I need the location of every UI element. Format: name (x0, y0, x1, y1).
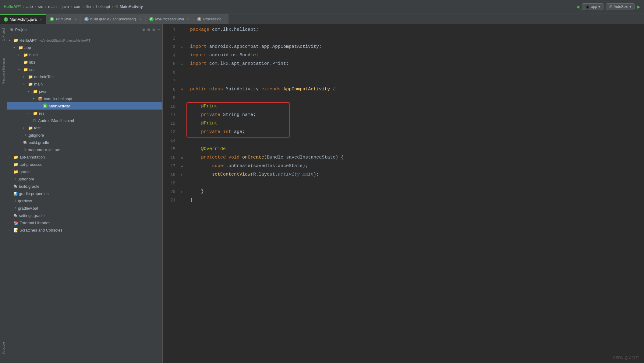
top-bar: HelloAPT › app › src › main › java › com… (0, 0, 644, 13)
autosize-icon: ⊞ (609, 5, 612, 9)
tab-close-myprocessor[interactable]: ✕ (187, 18, 189, 21)
tab-processing[interactable]: P Processing... (193, 14, 228, 24)
tree-arrow-main: ▾ (23, 82, 28, 86)
tree-item-app[interactable]: ▾ 📁 app (7, 44, 162, 51)
tree-item-gradlewbat[interactable]: › 🗋 gradlew.bat (7, 204, 162, 212)
tree-arrow-app: ▾ (13, 46, 18, 49)
tree-item-test[interactable]: › 📁 test (7, 124, 162, 131)
folder-icon-libs: 📁 (23, 60, 28, 65)
tree-item-gradlew[interactable]: › 🗋 gradlew (7, 197, 162, 204)
panel-settings-btn[interactable]: ⚙ (147, 27, 150, 32)
tree-item-external-libraries[interactable]: › 📚 External Libraries (7, 219, 162, 226)
run-button[interactable]: ▶ (637, 3, 640, 10)
file-icon-gradlewbat: 🗋 (13, 206, 17, 210)
file-icon-gradlew: 🗋 (13, 199, 17, 203)
sidebar-structure-label[interactable]: Structure (1, 340, 6, 357)
panel-gear-btn[interactable]: ⚙ (152, 27, 155, 32)
panel-globe-btn[interactable]: ⊕ (142, 27, 145, 32)
tree-arrow-test: › (23, 126, 28, 130)
file-icon-gradleprops: 📊 (13, 192, 18, 196)
tree-item-scratches[interactable]: › 📝 Scratches and Consoles (7, 226, 162, 234)
tree-item-main[interactable]: ▾ 📁 main (7, 80, 162, 88)
tree-item-buildgradle-app[interactable]: › 🐘 build.gradle (7, 139, 162, 146)
tree-item-buildgradle-root[interactable]: › 🐘 build.gradle (7, 183, 162, 190)
tree-arrow-gradlewbat: › (9, 207, 13, 210)
tree-label-proguard: proguard-rules.pro (28, 148, 60, 152)
tab-close-print[interactable]: ✕ (74, 18, 77, 21)
breadcrumb-java[interactable]: java (62, 4, 69, 9)
folder-icon-java: 📁 (33, 89, 38, 94)
tree-arrow-scratches: › (9, 229, 13, 232)
tree-item-res[interactable]: › 📁 res (7, 110, 162, 117)
tree-item-gitignore-app[interactable]: › 🗋 .gitignore (7, 131, 162, 139)
tab-buildgradle[interactable]: G build.gradle (:apt-processor) ✕ (81, 14, 146, 24)
tree-item-libs[interactable]: › 📁 libs (7, 58, 162, 66)
folder-icon-test: 📁 (28, 126, 33, 130)
tab-label-myprocessor: MyProcessor.java (155, 17, 184, 21)
tree-item-gradleprops[interactable]: › 📊 gradle.properties (7, 190, 162, 197)
tab-close-mainactivity[interactable]: ✕ (40, 18, 42, 21)
file-icon-proguard: 🗋 (23, 148, 27, 152)
code-line-19 (190, 179, 640, 187)
tree-arrow-external-libraries: › (9, 221, 13, 225)
tab-close-buildgradle[interactable]: ✕ (139, 18, 142, 21)
breadcrumb-main[interactable]: main (48, 4, 57, 9)
project-panel: ⊞ Project ⊕ ⚙ ⚙ − ▾ 📁 HelloAPT ~/Android… (7, 24, 163, 363)
tree-item-apt-annotation[interactable]: › 📁 apt-annotation (7, 153, 162, 161)
file-icon-buildgradle-app: 🐘 (23, 141, 27, 145)
tree-item-package[interactable]: ▾ 📦 com.lkx.helloapt (7, 95, 162, 102)
breadcrumb-com[interactable]: com (74, 4, 82, 9)
tree-item-build[interactable]: › 📁 build (7, 51, 162, 58)
folder-icon-main: 📁 (28, 82, 33, 86)
breadcrumb-src[interactable]: src (38, 4, 43, 9)
folder-icon-build: 📁 (23, 53, 28, 57)
autosize-button[interactable]: ⊞ AutoSize ▾ (606, 3, 635, 10)
tab-myprocessor[interactable]: C MyProcessor.java ✕ (146, 14, 194, 24)
tree-item-settingsgradle[interactable]: › 🐘 settings.gradle (7, 212, 162, 219)
watermark: CSDN @孟芬芬 (613, 355, 639, 361)
tree-item-gitignore-root[interactable]: › 🗋 .gitignore (7, 175, 162, 183)
tab-print[interactable]: C Print.java ✕ (46, 14, 80, 24)
package-icon: 📦 (38, 96, 43, 101)
tree-label-external-libraries: External Libraries (19, 221, 50, 225)
breadcrumb-lkx[interactable]: lkx (87, 4, 91, 9)
breadcrumb-helloapt[interactable]: helloapt (96, 4, 110, 9)
gutter-import2-icon: ▸ (181, 62, 183, 66)
tree-item-mainactivity[interactable]: › C MainActivity (7, 102, 162, 110)
tree-item-gradle[interactable]: › 📁 gradle (7, 168, 162, 175)
tree-item-manifest[interactable]: › 🗋 AndroidManifest.xml (7, 117, 162, 124)
code-line-2 (190, 34, 640, 43)
tab-icon-c: C (4, 17, 8, 22)
tab-mainactivity[interactable]: C MainActivity.java ✕ (0, 14, 46, 24)
panel-minus-btn[interactable]: − (157, 27, 160, 32)
tree-arrow-buildgradle-root: › (9, 185, 13, 188)
sidebar-project-label[interactable]: 1: Project (1, 26, 6, 43)
panel-header: ⊞ Project ⊕ ⚙ ⚙ − (7, 24, 162, 35)
tree-arrow-java: ▾ (28, 90, 33, 93)
gutter-class-icon: ⊙ (181, 87, 183, 92)
sidebar-resource-label[interactable]: Resource Manager (1, 55, 6, 86)
tree-item-apt-processor[interactable]: › 📁 apt-processor (7, 161, 162, 168)
tree-label-app: app (24, 45, 31, 50)
tree-item-androidtest[interactable]: › 📁 androidTest (7, 73, 162, 80)
main-content: 1: Project Resource Manager Structure ⊞ … (0, 24, 644, 363)
tree-label-manifest: AndroidManifest.xml (38, 118, 74, 123)
tree-item-src[interactable]: ▾ 📁 src (7, 66, 162, 73)
code-area[interactable]: 12345 678910 1112131415 1617181920 21 ▸ … (163, 24, 644, 363)
code-line-20: } (190, 187, 640, 196)
autosize-label: AutoSize (614, 5, 628, 9)
tree-label-src: src (29, 67, 34, 72)
tree-label-gradle: gradle (19, 169, 30, 174)
tree-item-helloapt[interactable]: ▾ 📁 HelloAPT ~/AndroidStudioProjects/Hel… (7, 37, 162, 44)
tree-item-proguard[interactable]: › 🗋 proguard-rules.pro (7, 146, 162, 153)
tab-icon-myprocessor: C (149, 17, 154, 21)
file-icon-gitignore-app: 🗋 (23, 133, 27, 137)
tree-arrow-apt-annotation: › (9, 155, 13, 159)
breadcrumb-class[interactable]: MainActivity (120, 4, 143, 9)
breadcrumb-app[interactable]: app (26, 4, 33, 9)
code-line-18: setContentView(R.layout.activity_main); (190, 170, 640, 179)
run-config-button[interactable]: 📱 app ▾ (582, 3, 603, 10)
code-content[interactable]: package com.lkx.helloapt; import android… (186, 26, 644, 362)
back-icon[interactable]: ◀ (576, 3, 579, 10)
tree-item-java[interactable]: ▾ 📁 java (7, 88, 162, 95)
